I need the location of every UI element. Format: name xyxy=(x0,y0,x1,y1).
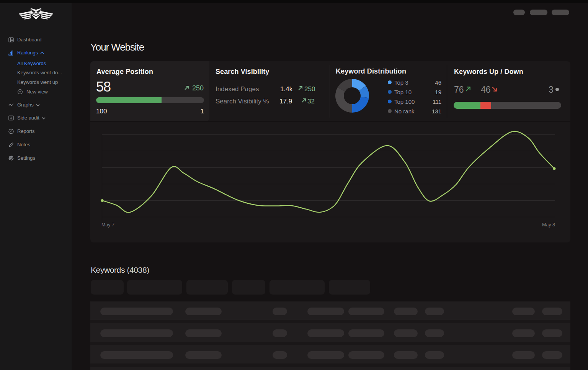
svg-text:May 7: May 7 xyxy=(101,222,114,228)
svg-text:May 8: May 8 xyxy=(542,222,555,228)
